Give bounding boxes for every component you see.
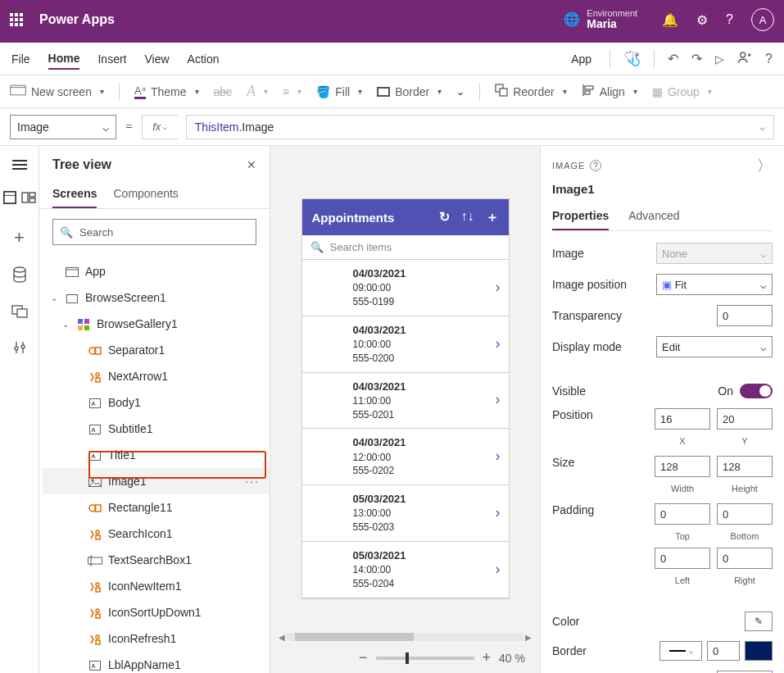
refresh-icon[interactable]: ↻ bbox=[439, 209, 450, 226]
property-selector[interactable]: Image⌵ bbox=[10, 115, 116, 139]
tree-search-input[interactable]: 🔍 Search bbox=[52, 219, 256, 245]
chevron-down-icon[interactable]: ⌄ bbox=[49, 293, 59, 302]
theme-button[interactable]: Aᵃ Theme▾ bbox=[134, 84, 199, 99]
app-preview[interactable]: Appointments ↻ ↑↓ ＋ 🔍 Search items 04/03… bbox=[301, 198, 510, 599]
formula-input[interactable]: ThisItem.Image ⌵ bbox=[186, 115, 774, 139]
prop-color-picker[interactable]: ✎ bbox=[745, 612, 773, 631]
add-icon[interactable]: ＋ bbox=[486, 209, 499, 226]
tree-item-iconrefresh1[interactable]: IconRefresh1 bbox=[43, 625, 270, 652]
expand-icon[interactable]: 〉 bbox=[757, 156, 773, 175]
menu-home[interactable]: Home bbox=[48, 48, 80, 70]
fx-button[interactable]: fx⌵ bbox=[142, 115, 178, 139]
notifications-icon[interactable]: 🔔 bbox=[662, 12, 678, 28]
tab-screens[interactable]: Screens bbox=[52, 182, 97, 208]
list-item[interactable]: 04/03/202112:00:00555-0202› bbox=[302, 429, 509, 485]
tree-item-searchicon1[interactable]: SearchIcon1 bbox=[43, 521, 270, 547]
tree-item-rectangle11[interactable]: Rectangle11 bbox=[43, 494, 270, 521]
tab-components[interactable]: Components bbox=[113, 182, 178, 208]
prop-padding-left[interactable]: 0 bbox=[655, 548, 710, 569]
menu-file[interactable]: File bbox=[11, 49, 30, 69]
help-icon[interactable]: ? bbox=[726, 12, 733, 27]
zoom-in-button[interactable]: + bbox=[483, 649, 492, 666]
prop-image-dropdown[interactable]: None⌵ bbox=[656, 243, 773, 264]
zoom-slider[interactable] bbox=[376, 657, 474, 660]
menu-view[interactable]: View bbox=[144, 49, 169, 69]
formula-expand-icon[interactable]: ⌵ bbox=[759, 121, 765, 133]
tree-item-image1[interactable]: Image1··· bbox=[43, 468, 270, 494]
list-item[interactable]: 04/03/202109:00:00555-0199› bbox=[302, 260, 509, 316]
prop-visible-toggle[interactable] bbox=[740, 384, 773, 398]
environment-picker[interactable]: 🌐 Environment Maria bbox=[564, 8, 662, 30]
zoom-out-button[interactable]: − bbox=[359, 649, 368, 666]
menu-app[interactable]: App bbox=[571, 49, 591, 69]
rail-media[interactable] bbox=[11, 305, 28, 322]
preview-icon[interactable]: ▷ bbox=[715, 52, 724, 66]
avatar[interactable]: A bbox=[751, 8, 774, 31]
app-launcher-icon[interactable] bbox=[10, 13, 26, 26]
tree-item-separator1[interactable]: Separator1 bbox=[43, 337, 270, 363]
prop-border-color[interactable] bbox=[745, 641, 773, 661]
list-item[interactable]: 04/03/202111:00:00555-0201› bbox=[302, 373, 509, 430]
close-icon[interactable]: ✕ bbox=[247, 158, 256, 171]
app-checker-icon[interactable]: 🩺 bbox=[623, 50, 641, 67]
undo-icon[interactable]: ↶ bbox=[668, 51, 678, 66]
search-icon: 🔍 bbox=[60, 226, 73, 239]
tab-properties[interactable]: Properties bbox=[552, 206, 609, 230]
tree-item-iconnewitem1[interactable]: IconNewItem1 bbox=[43, 573, 270, 599]
ribbon-overflow[interactable]: ⌄ bbox=[456, 86, 465, 98]
preview-search[interactable]: 🔍 Search items bbox=[302, 235, 509, 260]
prop-position-x[interactable]: 16 bbox=[655, 408, 710, 430]
tree-item-textsearchbox1[interactable]: TextSearchBox1 bbox=[43, 547, 270, 573]
icon-control-icon bbox=[87, 606, 103, 619]
tab-advanced[interactable]: Advanced bbox=[628, 206, 679, 230]
svg-rect-4 bbox=[500, 89, 507, 96]
help-menu-icon[interactable]: ? bbox=[765, 52, 773, 66]
reorder-button[interactable]: Reorder▾ bbox=[495, 84, 567, 99]
prop-border-style[interactable]: ⌵ bbox=[659, 641, 702, 661]
menu-action[interactable]: Action bbox=[188, 49, 220, 69]
align-button[interactable]: Align▾ bbox=[582, 84, 637, 99]
tree-item-title1[interactable]: Title1 bbox=[43, 442, 270, 468]
list-item[interactable]: 05/03/202114:00:00555-0204› bbox=[302, 542, 509, 598]
settings-icon[interactable]: ⚙ bbox=[696, 12, 708, 28]
scroll-left-icon[interactable]: ◀ bbox=[279, 633, 285, 642]
list-item[interactable]: 05/03/202113:00:00555-0203› bbox=[302, 485, 509, 542]
new-screen-button[interactable]: New screen▾ bbox=[10, 84, 104, 98]
fill-button[interactable]: 🪣 Fill▾ bbox=[316, 85, 362, 98]
rail-advanced-tools[interactable] bbox=[12, 340, 27, 359]
tree-item-lblappname1[interactable]: LblAppName1 bbox=[43, 652, 270, 673]
chevron-down-icon[interactable]: ⌄ bbox=[61, 320, 70, 329]
sort-icon[interactable]: ↑↓ bbox=[461, 209, 474, 226]
more-icon[interactable]: ··· bbox=[245, 475, 260, 488]
prop-padding-right[interactable]: 0 bbox=[717, 548, 773, 569]
prop-padding-bottom[interactable]: 0 bbox=[717, 503, 773, 525]
rail-hamburger[interactable] bbox=[12, 157, 27, 172]
info-icon[interactable]: ? bbox=[590, 160, 601, 171]
share-icon[interactable] bbox=[737, 50, 752, 68]
tree-item-iconsortupdown1[interactable]: IconSortUpDown1 bbox=[43, 599, 270, 625]
prop-size-height[interactable]: 128 bbox=[717, 456, 773, 477]
rail-tree-view[interactable] bbox=[2, 190, 36, 209]
menu-insert[interactable]: Insert bbox=[97, 49, 126, 69]
scroll-right-icon[interactable]: ▶ bbox=[525, 633, 532, 642]
prop-border-width[interactable]: 0 bbox=[707, 641, 740, 661]
prop-padding-top[interactable]: 0 bbox=[655, 503, 710, 525]
tree-item-browsegallery1[interactable]: ⌄BrowseGallery1 bbox=[43, 311, 270, 337]
chevron-right-icon: › bbox=[496, 277, 501, 298]
tree-item-subtitle1[interactable]: Subtitle1 bbox=[43, 416, 270, 442]
canvas-scrollbar[interactable]: ◀ ▶ bbox=[279, 632, 532, 642]
tree-item-app[interactable]: App bbox=[43, 258, 270, 284]
list-item[interactable]: 04/03/202110:00:00555-0200› bbox=[302, 316, 509, 373]
prop-image-position-dropdown[interactable]: ▣ Fit⌵ bbox=[656, 274, 773, 295]
rail-data[interactable] bbox=[12, 266, 27, 287]
prop-transparency-input[interactable]: 0 bbox=[717, 305, 773, 326]
rail-insert[interactable]: + bbox=[14, 227, 25, 248]
tree-item-browsescreen1[interactable]: ⌄BrowseScreen1 bbox=[43, 284, 270, 311]
tree-item-body1[interactable]: Body1 bbox=[43, 389, 270, 416]
prop-position-y[interactable]: 20 bbox=[717, 408, 773, 430]
tree-item-nextarrow1[interactable]: NextArrow1 bbox=[43, 363, 270, 389]
redo-icon[interactable]: ↷ bbox=[691, 51, 702, 66]
border-button[interactable]: Border▾ bbox=[377, 85, 442, 98]
prop-display-mode-dropdown[interactable]: Edit⌵ bbox=[656, 336, 773, 357]
prop-size-width[interactable]: 128 bbox=[655, 456, 710, 477]
